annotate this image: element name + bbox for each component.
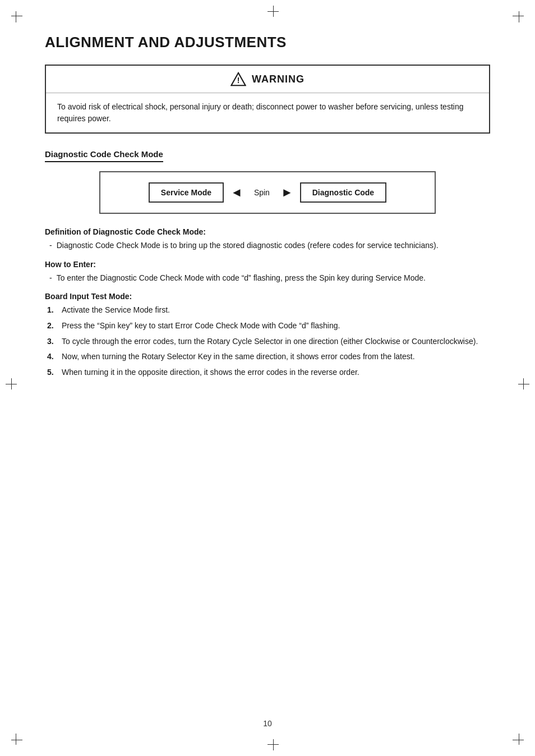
- step-num-2: 2.: [47, 320, 57, 332]
- page-container: ALIGNMENT AND ADJUSTMENTS ! WARNING To a…: [0, 0, 535, 756]
- warning-header: ! WARNING: [46, 66, 489, 93]
- step-text-2: Press the “Spin key” key to start Error …: [62, 320, 490, 332]
- how-to-enter-heading: How to Enter:: [45, 260, 490, 269]
- board-input-heading: Board Input Test Mode:: [45, 292, 490, 301]
- step-item-3: 3.To cycle through the error codes, turn…: [45, 336, 490, 348]
- how-to-enter-dash: -: [49, 272, 52, 285]
- page-title: ALIGNMENT AND ADJUSTMENTS: [45, 34, 490, 51]
- corner-mark-bottom-left: [11, 734, 22, 745]
- diagnostic-section: Diagnostic Code Check Mode Service Mode …: [45, 149, 490, 379]
- step-text-5: When turning it in the opposite directio…: [62, 366, 490, 379]
- warning-box: ! WARNING To avoid risk of electrical sh…: [45, 65, 490, 134]
- warning-body: To avoid risk of electrical shock, perso…: [46, 93, 489, 132]
- steps-container: 1.Activate the Service Mode first.2.Pres…: [45, 304, 490, 378]
- arrow-left-icon: ◄: [230, 185, 243, 200]
- step-text-1: Activate the Service Mode first.: [62, 304, 490, 317]
- flow-box-diagnostic-code: Diagnostic Code: [300, 182, 386, 203]
- warning-icon: !: [230, 71, 246, 87]
- step-num-1: 1.: [47, 304, 57, 317]
- warning-title: WARNING: [252, 74, 305, 85]
- step-item-5: 5.When turning it in the opposite direct…: [45, 366, 490, 379]
- arrow-right-icon: ►: [281, 185, 293, 200]
- flow-diagram: Service Mode ◄ Spin ► Diagnostic Code: [99, 171, 436, 214]
- svg-text:!: !: [237, 76, 240, 85]
- corner-mark-bottom-right: [513, 734, 524, 745]
- step-text-3: To cycle through the error codes, turn t…: [62, 336, 490, 348]
- corner-mark-top-left: [11, 11, 22, 22]
- how-to-enter-text: To enter the Diagnostic Code Check Mode …: [57, 272, 490, 285]
- diagnostic-section-heading: Diagnostic Code Check Mode: [45, 149, 163, 162]
- definition-heading: Definition of Diagnostic Code Check Mode…: [45, 227, 490, 236]
- step-num-4: 4.: [47, 351, 57, 363]
- step-num-3: 3.: [47, 336, 57, 348]
- step-item-2: 2.Press the “Spin key” key to start Erro…: [45, 320, 490, 332]
- step-text-4: Now, when turning the Rotary Selector Ke…: [62, 351, 490, 363]
- flow-box-service-mode: Service Mode: [149, 182, 224, 203]
- definition-text-item: - Diagnostic Code Check Mode is to bring…: [45, 240, 490, 252]
- definition-dash: -: [49, 240, 52, 252]
- definition-text: Diagnostic Code Check Mode is to bring u…: [57, 240, 490, 252]
- step-num-5: 5.: [47, 366, 57, 379]
- corner-mark-top-right: [513, 11, 524, 22]
- step-item-1: 1.Activate the Service Mode first.: [45, 304, 490, 317]
- step-item-4: 4.Now, when turning the Rotary Selector …: [45, 351, 490, 363]
- flow-label-spin: Spin: [254, 188, 270, 197]
- page-number: 10: [263, 719, 272, 728]
- how-to-enter-item: - To enter the Diagnostic Code Check Mod…: [45, 272, 490, 285]
